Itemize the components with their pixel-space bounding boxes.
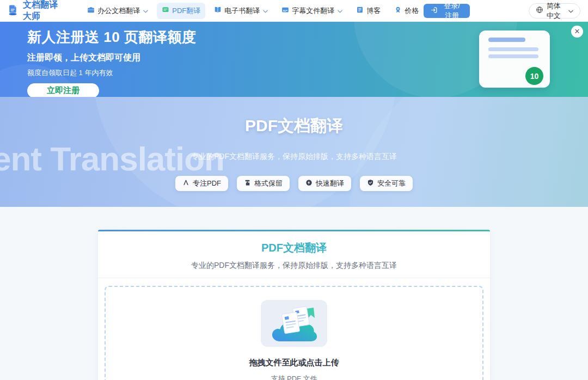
login-label: 登录/注册 [441, 1, 463, 21]
nav-item-label: 博客 [366, 6, 381, 16]
feature-badge-secure[interactable]: 安全可靠 [360, 176, 413, 191]
logo-text: 文档翻译大师 [23, 0, 60, 22]
nav-item-label: 字幕文件翻译 [292, 6, 334, 16]
nav-item-label: PDF翻译 [172, 6, 200, 16]
mock-text-bar [488, 47, 538, 51]
card-subtitle: 专业的PDF文档翻译服务，保持原始排版，支持多种语言互译 [98, 261, 490, 271]
pdf-translate-icon [162, 6, 169, 15]
promo-card-illustration: 10 [479, 30, 550, 88]
main-menu: 办公文档翻译 PDF翻译 电子书翻译 字幕文件翻译 [82, 3, 424, 19]
login-icon [431, 7, 438, 15]
chevron-down-icon [568, 7, 573, 15]
nav-item-subtitle-translation[interactable]: 字幕文件翻译 [277, 3, 347, 19]
upload-illustration [261, 300, 327, 347]
chevron-down-icon [263, 7, 268, 15]
hero-subtitle: 专业的PDF文档翻译服务，保持原始排版，支持多种语言互译 [0, 152, 588, 162]
medal-icon [394, 6, 402, 15]
register-now-button[interactable]: 立即注册 [27, 83, 99, 97]
nav-item-office-doc-translation[interactable]: 办公文档翻译 [82, 3, 153, 19]
logo-icon [7, 4, 19, 18]
lightning-icon [305, 179, 313, 188]
upload-card: PDF文档翻译 专业的PDF文档翻译服务，保持原始排版，支持多种语言互译 [98, 230, 490, 380]
blog-icon [356, 6, 364, 15]
top-navbar: 文档翻译大师 办公文档翻译 PDF翻译 电子书翻译 [0, 0, 588, 22]
nav-item-label: 办公文档翻译 [97, 6, 140, 16]
nav-item-pdf-translation[interactable]: PDF翻译 [157, 3, 205, 19]
chevron-down-icon [338, 7, 342, 15]
nav-item-blog[interactable]: 博客 [351, 3, 385, 19]
language-selector[interactable]: 简体中文 [529, 3, 580, 19]
quota-badge: 10 [525, 67, 543, 85]
pdf-file-icon [182, 179, 189, 188]
card-title: PDF文档翻译 [98, 241, 490, 255]
feature-badge-pdf-focus[interactable]: 专注PDF [175, 176, 228, 191]
feature-badge-label: 专注PDF [193, 179, 221, 188]
feature-badge-label: 安全可靠 [377, 179, 406, 188]
promo-subtitle: 注册即领，上传文档即可使用 [27, 52, 196, 64]
nav-item-ebook-translation[interactable]: 电子书翻译 [209, 3, 273, 19]
nav-item-pricing[interactable]: 价格 [389, 3, 424, 19]
briefcase-icon [87, 6, 95, 15]
mock-text-bar [488, 38, 525, 42]
feature-badge-format-keep[interactable]: 格式保留 [237, 176, 290, 191]
hero-title: PDF文档翻译 [0, 97, 588, 137]
book-icon [214, 6, 222, 15]
close-icon[interactable]: ✕ [571, 26, 583, 38]
promo-banner: 新人注册送 10 页翻译额度 注册即领，上传文档即可使用 额度自领取日起 1 年… [0, 22, 588, 97]
dropzone-main-text: 拖拽文件至此或点击上传 [106, 358, 482, 368]
login-register-button[interactable]: 登录/注册 [424, 4, 470, 18]
subtitle-file-icon [281, 6, 289, 15]
dropzone-support-text: 支持 PDF 文件 [106, 374, 482, 380]
feature-badge-fast-translate[interactable]: 快速翻译 [298, 176, 351, 191]
feature-badge-label: 快速翻译 [316, 179, 344, 188]
promo-content: 新人注册送 10 页翻译额度 注册即领，上传文档即可使用 额度自领取日起 1 年… [27, 28, 196, 97]
upload-dropzone[interactable]: 拖拽文件至此或点击上传 支持 PDF 文件 最大文件大小：50MB [105, 286, 483, 380]
shield-icon [367, 179, 374, 188]
promo-title: 新人注册送 10 页翻译额度 [27, 28, 196, 47]
feature-badge-label: 格式保留 [254, 179, 283, 188]
nav-item-label: 价格 [405, 6, 419, 16]
hero-feature-badges: 专注PDF 格式保留 快速翻译 安全可靠 [0, 176, 588, 191]
nav-item-label: 电子书翻译 [224, 6, 260, 16]
main-section: PDF文档翻译 专业的PDF文档翻译服务，保持原始排版，支持多种语言互译 [0, 207, 588, 380]
promo-note: 额度自领取日起 1 年内有效 [27, 68, 196, 78]
format-painter-icon [244, 179, 251, 188]
logo[interactable]: 文档翻译大师 [7, 0, 60, 22]
language-label: 简体中文 [547, 1, 565, 21]
mock-text-bar [488, 54, 538, 58]
hero-section: ent Translation PDF文档翻译 专业的PDF文档翻译服务，保持原… [0, 97, 588, 207]
card-header: PDF文档翻译 专业的PDF文档翻译服务，保持原始排版，支持多种语言互译 [98, 231, 490, 278]
chevron-down-icon [143, 7, 148, 15]
globe-icon [536, 6, 543, 15]
